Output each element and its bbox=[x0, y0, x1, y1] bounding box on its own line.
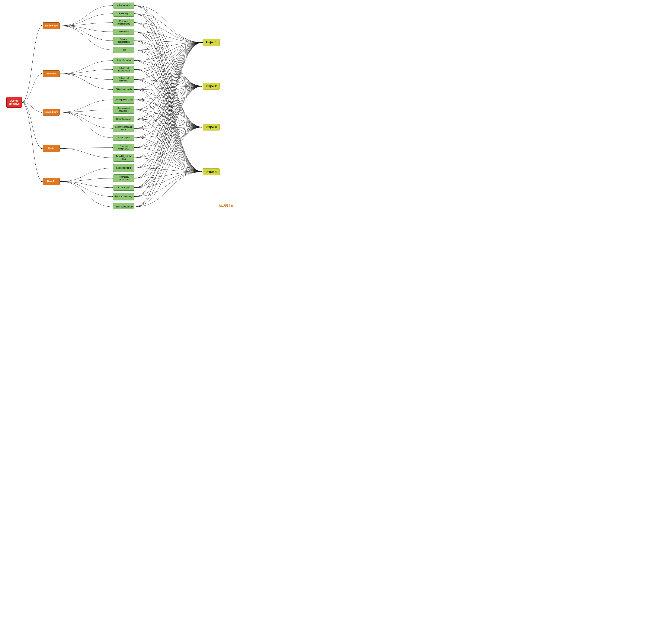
social-capital-label: Social capital bbox=[118, 136, 130, 139]
project1-label: Project 1 bbox=[206, 41, 217, 44]
social-impact-node: Social impact bbox=[113, 185, 135, 191]
diagram-container: Overall objective Technology Science Exp… bbox=[0, 0, 235, 209]
resource-req-label: Resource requirements bbox=[114, 20, 133, 25]
talent-development-node: Talent development bbox=[113, 203, 135, 209]
team-basis-node: Team basis bbox=[113, 29, 135, 35]
science-label: Science bbox=[47, 72, 56, 75]
cycle-node: Cycle bbox=[43, 145, 60, 152]
diff-detection-label: Difficulty of detection bbox=[114, 77, 133, 82]
project4-node: Project 4 bbox=[203, 169, 220, 175]
project4-label: Project 4 bbox=[206, 170, 217, 173]
expenditure-node: Expenditure bbox=[43, 109, 60, 116]
dev-costs-node: Development costs bbox=[113, 96, 135, 104]
root-label: Overall objective bbox=[7, 99, 21, 105]
guarantee-node: Guarantee of conditions bbox=[113, 106, 135, 114]
project3-node: Project 3 bbox=[203, 124, 220, 130]
diff-development-node: Difficulty of development bbox=[113, 66, 135, 73]
team-basis-label: Team basis bbox=[118, 30, 129, 33]
tech-promotion-node: Technology promotion bbox=[113, 174, 135, 182]
dev-costs-label: Development costs bbox=[115, 99, 133, 101]
project1-node: Project 1 bbox=[203, 39, 220, 46]
scientific-value-label: Scientific value bbox=[117, 59, 131, 62]
feasibility-label: Feasibility of the plan bbox=[114, 155, 133, 160]
benefit-node: Benefit bbox=[43, 178, 60, 185]
guarantee-label: Guarantee of conditions bbox=[114, 107, 133, 112]
feasibility-node: Feasibility of the plan bbox=[113, 154, 135, 161]
project3-label: Project 3 bbox=[206, 126, 217, 129]
scientific-value-node: Scientific value bbox=[113, 57, 135, 64]
risk-label: Risk bbox=[122, 49, 126, 51]
advancement-label: Advancement bbox=[117, 4, 130, 7]
social-impact-label: Social impact bbox=[117, 186, 130, 189]
advancement-node: Advancement bbox=[113, 3, 135, 8]
system-spec-label: System specification bbox=[114, 38, 133, 43]
technology-node: Technology bbox=[43, 22, 60, 29]
science-node: Science bbox=[43, 70, 60, 77]
project2-label: Project 2 bbox=[206, 85, 217, 87]
planning-compliance-label: Planning compliance bbox=[114, 145, 133, 150]
expenditure-label: Expenditure bbox=[44, 111, 58, 114]
system-spec-node: System specification bbox=[113, 37, 135, 45]
political-diplomacy-node: Political diplomacy bbox=[113, 193, 135, 200]
technology-label: Technology bbox=[45, 24, 58, 27]
diff-study-label: Difficulty of study bbox=[116, 88, 131, 91]
resource-req-node: Resource requirements bbox=[113, 19, 135, 26]
reliability-node: Reliability bbox=[113, 11, 135, 17]
scientific-output-node: Scientific output bbox=[113, 164, 135, 172]
talent-development-label: Talent development bbox=[115, 205, 133, 208]
sci-research-costs-node: Scientific research costs bbox=[113, 125, 135, 132]
root-node: Overall objective bbox=[6, 97, 22, 108]
political-diplomacy-label: Political diplomacy bbox=[115, 195, 133, 198]
project2-node: Project 2 bbox=[203, 83, 220, 90]
scientific-output-label: Scientific output bbox=[116, 167, 131, 169]
reliability-label: Reliability bbox=[119, 12, 128, 15]
risk-node: Risk bbox=[113, 47, 135, 53]
planning-compliance-node: Planning compliance bbox=[113, 144, 135, 151]
benefit-label: Benefit bbox=[47, 180, 55, 183]
diff-development-label: Difficulty of development bbox=[114, 67, 133, 72]
tech-promotion-label: Technology promotion bbox=[114, 176, 133, 181]
sci-research-costs-label: Scientific research costs bbox=[114, 126, 133, 131]
diff-detection-node: Difficulty of detection bbox=[113, 76, 135, 83]
social-capital-node: Social capital bbox=[113, 135, 135, 141]
diff-study-node: Difficulty of study bbox=[113, 86, 135, 93]
cycle-label: Cycle bbox=[48, 147, 54, 150]
operating-costs-node: Operating costs bbox=[113, 116, 135, 122]
operating-costs-label: Operating costs bbox=[116, 118, 131, 121]
watermark: 彩虹网址导航 bbox=[219, 204, 233, 207]
